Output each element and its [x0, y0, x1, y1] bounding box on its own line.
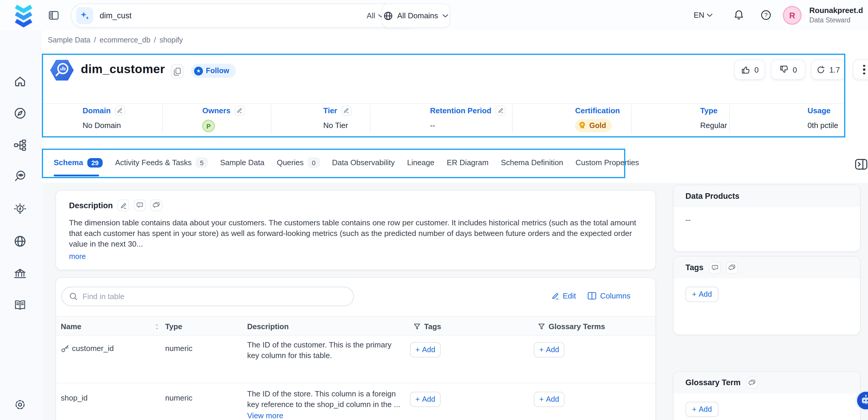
columns-button[interactable]: Columns	[588, 291, 630, 300]
tab-activity-feeds[interactable]: Activity Feeds & Tasks 5	[115, 157, 208, 168]
downvote-button[interactable]: 0	[771, 60, 805, 80]
comment-question-icon	[711, 264, 718, 271]
nav-observability[interactable]	[13, 169, 28, 183]
edit-description-button[interactable]	[118, 200, 129, 211]
global-search-bar[interactable]: All	[71, 3, 419, 28]
domain-label: Domain	[83, 106, 111, 115]
sort-icon[interactable]	[155, 323, 159, 330]
tab-queries[interactable]: Queries 0	[277, 157, 319, 168]
nav-explore[interactable]	[13, 106, 28, 120]
tab-data-observability[interactable]: Data Observability	[332, 158, 395, 167]
edit-owners-button[interactable]	[235, 105, 245, 115]
edit-table-button[interactable]: Edit	[552, 291, 576, 300]
column-description: The ID of the store. This column is a fo…	[247, 389, 400, 409]
add-glossary-term-button[interactable]: + Add	[534, 342, 564, 357]
edit-retention-button[interactable]	[495, 105, 505, 115]
nav-home[interactable]	[13, 74, 28, 88]
version-history-icon	[816, 65, 825, 74]
tab-label: Sample Data	[220, 158, 264, 167]
notifications-button[interactable]	[733, 9, 744, 21]
owner-avatar[interactable]: P	[202, 120, 215, 132]
glossary-term-title: Glossary Term	[685, 378, 741, 387]
tab-label: Data Observability	[332, 158, 395, 167]
tab-custom-properties[interactable]: Custom Properties	[576, 158, 639, 167]
tags-card: Tags + Add	[673, 256, 861, 335]
pencil-icon	[120, 202, 127, 209]
nav-govern[interactable]	[13, 267, 28, 281]
top-bar: All All Domains EN	[0, 0, 868, 31]
user-info[interactable]: Rounakpreet.d Data Steward	[809, 5, 863, 25]
tab-schema[interactable]: Schema 29	[54, 158, 103, 167]
tab-er-diagram[interactable]: ER Diagram	[447, 158, 489, 167]
meta-divider	[162, 105, 163, 133]
add-tag-button[interactable]: + Add	[410, 342, 441, 357]
flow-icon	[13, 139, 27, 152]
add-glossary-term-button[interactable]: + Add	[534, 392, 564, 407]
find-in-table-input[interactable]	[83, 292, 346, 301]
ai-sparkle-button[interactable]	[76, 7, 93, 24]
description-card: Description The dimension table contains	[56, 190, 656, 270]
upvote-button[interactable]: 0	[734, 60, 765, 80]
version-button[interactable]: 1.7	[811, 60, 845, 80]
description-more-link[interactable]: more	[69, 252, 86, 261]
request-description-button[interactable]	[134, 200, 146, 211]
copy-name-button[interactable]	[171, 64, 183, 79]
app-root: All All Domains EN	[0, 0, 868, 420]
domain-selector[interactable]: All Domains	[382, 3, 450, 28]
follow-button[interactable]: ★ Follow	[191, 64, 236, 78]
user-avatar[interactable]: R	[783, 6, 802, 25]
certification-badge: Gold	[575, 119, 612, 132]
magnifier-eye-icon	[13, 170, 27, 183]
follow-label: Follow	[206, 67, 229, 75]
filter-icon[interactable]	[413, 323, 421, 330]
plus-icon: +	[692, 405, 696, 414]
view-more-link[interactable]: View more	[247, 411, 283, 420]
request-tags-button[interactable]	[709, 262, 720, 273]
language-selector[interactable]: EN	[694, 11, 713, 20]
meta-certification: Certification Gold	[575, 105, 620, 132]
nav-settings[interactable]	[13, 398, 28, 412]
breadcrumb-database[interactable]: ecommerce_db	[100, 36, 150, 44]
certification-label: Certification	[575, 106, 620, 115]
tab-schema-definition[interactable]: Schema Definition	[501, 158, 563, 167]
nav-insights[interactable]	[13, 202, 28, 216]
tab-lineage[interactable]: Lineage	[407, 158, 434, 167]
tab-sample-data[interactable]: Sample Data	[220, 158, 264, 167]
edit-tier-button[interactable]	[341, 105, 351, 115]
column-header-name[interactable]: Name	[61, 317, 159, 336]
schema-table-card: Edit Columns Name Type Description	[56, 277, 656, 420]
description-conversation-button[interactable]	[151, 200, 162, 211]
tags-title: Tags	[685, 263, 704, 272]
tab-label: Lineage	[407, 158, 434, 167]
gear-icon	[13, 398, 27, 411]
edit-domain-button[interactable]	[115, 105, 125, 115]
more-actions-button[interactable]	[853, 60, 868, 80]
collapse-panel-button[interactable]	[855, 158, 868, 171]
type-label: Type	[700, 106, 718, 115]
filter-icon[interactable]	[538, 323, 545, 330]
search-input[interactable]	[100, 11, 367, 20]
nav-domains[interactable]	[13, 234, 28, 248]
add-glossary-term-button[interactable]: + Add	[685, 402, 718, 417]
column-description-block: The ID of the store. This column is a fo…	[247, 389, 405, 420]
help-button[interactable]: ?	[761, 9, 772, 21]
nav-lineage[interactable]	[13, 138, 28, 152]
sidebar-toggle-icon	[49, 10, 59, 21]
tab-label: Schema Definition	[501, 158, 563, 167]
plus-icon: +	[692, 290, 696, 299]
home-icon	[13, 75, 27, 88]
sidebar-toggle-button[interactable]	[49, 10, 59, 21]
add-tags-button[interactable]: + Add	[685, 287, 718, 302]
breadcrumb-schema[interactable]: shopify	[160, 36, 183, 44]
thumbs-up-icon	[741, 65, 750, 74]
breadcrumb-service[interactable]: Sample Data	[48, 36, 91, 44]
column-name: customer_id	[72, 344, 114, 353]
add-tag-button[interactable]: + Add	[410, 392, 441, 407]
meta-owners: Owners P	[202, 105, 245, 132]
tags-conversation-button[interactable]	[726, 262, 738, 273]
nav-glossary[interactable]	[13, 298, 28, 312]
meta-tier: Tier No Tier	[323, 105, 351, 130]
certification-value: Gold	[589, 121, 606, 130]
data-products-value: --	[685, 215, 690, 224]
glossary-conversation-button[interactable]	[746, 377, 758, 388]
